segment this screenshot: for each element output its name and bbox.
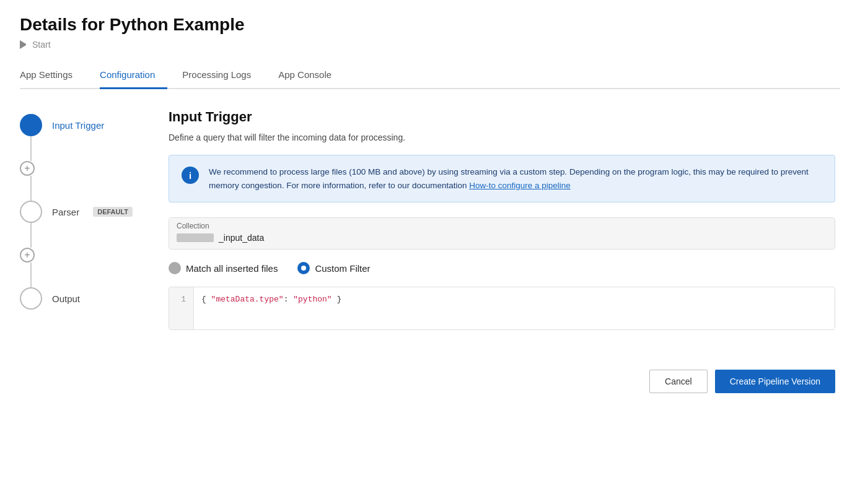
- radio-circle-custom-filter: [297, 262, 310, 274]
- step-connector-1: [30, 136, 32, 161]
- line-numbers: 1: [169, 287, 194, 329]
- cancel-button[interactable]: Cancel: [649, 370, 708, 393]
- code-editor-inner: 1 { "metaData.type": "python" }: [169, 287, 835, 329]
- collection-value-suffix: _input_data: [219, 233, 264, 243]
- start-button[interactable]: Start: [20, 40, 51, 50]
- content-area: Input Trigger + Parser DEFAULT: [20, 109, 840, 393]
- step-circle-add-2[interactable]: +: [20, 248, 35, 263]
- info-box: i We recommend to process large files (1…: [169, 155, 835, 202]
- footer-actions: Cancel Create Pipeline Version: [169, 360, 835, 393]
- step-circle-input-trigger: [20, 114, 42, 136]
- code-brace-close: }: [332, 295, 342, 304]
- tab-app-settings[interactable]: App Settings: [20, 63, 85, 89]
- info-text: We recommend to process large files (100…: [209, 165, 822, 192]
- page-container: Details for Python Example Start App Set…: [0, 0, 860, 413]
- step-add-2: +: [20, 248, 144, 263]
- radio-label-custom-filter: Custom Filter: [315, 263, 370, 274]
- code-colon: :: [284, 295, 294, 304]
- collection-value: _input_data: [169, 230, 835, 249]
- step-label-output[interactable]: Output: [52, 293, 80, 304]
- play-icon: [20, 40, 29, 49]
- line-number-1: 1: [177, 292, 186, 306]
- collection-label: Collection: [169, 218, 835, 230]
- info-link[interactable]: How-to configure a pipeline: [469, 181, 571, 190]
- step-badge-parser: DEFAULT: [93, 207, 133, 217]
- step-row-output: Output: [20, 287, 144, 310]
- step-input-trigger: Input Trigger: [20, 114, 144, 136]
- code-key: "metaData.type": [211, 295, 284, 304]
- step-connector-2: [30, 176, 32, 201]
- start-label: Start: [32, 40, 51, 50]
- code-line-2: [201, 307, 827, 324]
- radio-group: Match all inserted files Custom Filter: [169, 262, 835, 274]
- radio-custom-filter[interactable]: Custom Filter: [297, 262, 370, 274]
- radio-label-match-all: Match all inserted files: [186, 263, 278, 274]
- code-editor[interactable]: 1 { "metaData.type": "python" }: [169, 287, 835, 329]
- step-connector-4: [30, 263, 32, 287]
- step-row-add-2: +: [20, 248, 144, 263]
- svg-point-0: [27, 121, 35, 129]
- code-line-1: { "metaData.type": "python" }: [201, 292, 827, 306]
- tab-configuration[interactable]: Configuration: [100, 63, 167, 89]
- step-row-input-trigger: Input Trigger: [20, 114, 144, 136]
- page-title: Details for Python Example: [20, 15, 840, 35]
- main-content: Input Trigger Define a query that will f…: [169, 109, 840, 393]
- tab-processing-logs[interactable]: Processing Logs: [182, 63, 263, 89]
- collection-box: Collection _input_data: [169, 217, 835, 250]
- code-content[interactable]: { "metaData.type": "python" }: [194, 287, 835, 329]
- info-icon: i: [182, 167, 199, 184]
- collection-redacted: [177, 233, 214, 242]
- plus-label-2: +: [24, 250, 30, 261]
- stepper: Input Trigger + Parser DEFAULT: [20, 109, 144, 393]
- step-row-add-1: +: [20, 161, 144, 176]
- create-pipeline-button[interactable]: Create Pipeline Version: [715, 370, 835, 393]
- section-title: Input Trigger: [169, 109, 835, 125]
- line-number-2: [177, 307, 186, 321]
- step-label-parser[interactable]: Parser: [52, 207, 79, 217]
- step-output: Output: [20, 287, 144, 310]
- step-connector-3: [30, 223, 32, 248]
- radio-match-all[interactable]: Match all inserted files: [169, 262, 278, 274]
- section-description: Define a query that will filter the inco…: [169, 133, 835, 142]
- plus-label-1: +: [24, 163, 30, 174]
- step-row-parser: Parser DEFAULT: [20, 201, 144, 223]
- step-label-input-trigger[interactable]: Input Trigger: [52, 120, 104, 131]
- checkmark-icon: [26, 120, 36, 130]
- tab-bar: App Settings Configuration Processing Lo…: [20, 62, 840, 89]
- step-parser: Parser DEFAULT: [20, 201, 144, 223]
- step-circle-add-1[interactable]: +: [20, 161, 35, 176]
- tab-app-console[interactable]: App Console: [278, 63, 344, 89]
- step-circle-output: [20, 287, 42, 310]
- radio-circle-match-all: [169, 262, 181, 274]
- step-add-1: +: [20, 161, 144, 176]
- step-circle-parser: [20, 201, 42, 223]
- code-value: "python": [293, 295, 331, 304]
- code-brace-open: {: [201, 295, 211, 304]
